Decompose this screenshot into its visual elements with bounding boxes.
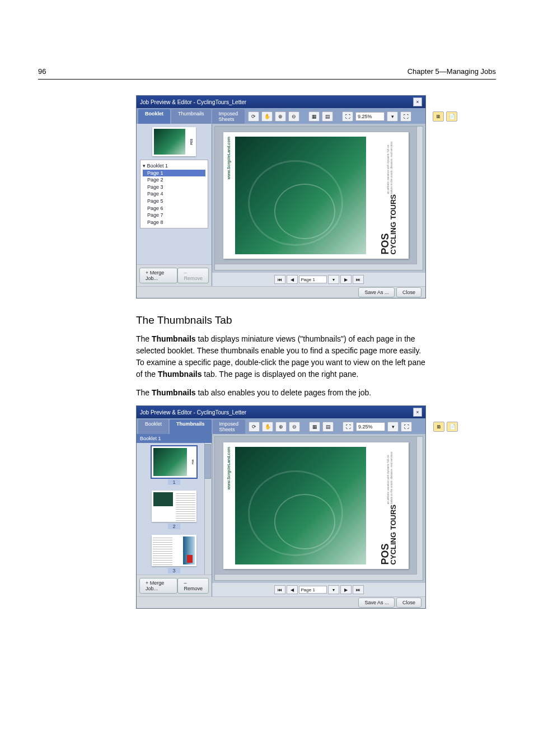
preview-page: www.ScrgcleLand.com an athletic vacation… [223, 442, 409, 569]
doc-tagline: an athletic vacation with dynamic full-o… [387, 139, 393, 194]
fit-icon[interactable]: ⛶ [343, 422, 354, 432]
refresh-icon[interactable]: ⟳ [249, 422, 260, 432]
zoom-in-icon[interactable]: ⊕ [275, 111, 286, 122]
grid-view-2-icon[interactable]: ▤ [322, 111, 333, 122]
page-field[interactable]: Page 1 [299, 586, 327, 594]
close-button[interactable]: Close [396, 598, 421, 608]
preview-canvas[interactable]: www.ScrgcleLand.com an athletic vacation… [214, 436, 423, 581]
zoom-out-icon[interactable]: ⊖ [288, 111, 299, 122]
doc-action-1-icon[interactable]: 🗎 [433, 422, 444, 432]
merge-job-button[interactable]: + Merge Job... [139, 268, 177, 283]
paragraph-2: The Thumbnails tab also enables you to d… [136, 387, 427, 399]
doc-tagline: an athletic vacation with dynamic full-o… [387, 449, 393, 505]
thumbnail-label: 3 [168, 568, 180, 573]
window-title: Job Preview & Editor - CyclingTours_Lett… [140, 99, 246, 105]
doc-action-2-icon[interactable]: 📄 [447, 422, 458, 432]
tab-booklet[interactable]: Booklet [138, 109, 170, 124]
thumbnail-scrollbar[interactable] [204, 443, 212, 575]
horizontal-scrollbar[interactable] [215, 574, 417, 580]
window-title: Job Preview & Editor - CyclingTours_Lett… [140, 409, 246, 416]
doc-action-2-icon[interactable]: 📄 [446, 111, 457, 122]
thumbnail-item-1[interactable]: POS 1 [151, 446, 198, 485]
remove-button[interactable]: – Remove [177, 578, 209, 594]
vertical-scrollbar[interactable] [416, 437, 423, 580]
tab-imposed-sheets[interactable]: Imposed Sheets [213, 419, 246, 434]
thumbnail-item-3[interactable]: 3 [151, 535, 198, 573]
tab-thumbnails[interactable]: Thumbnails [170, 419, 212, 434]
tab-imposed-sheets[interactable]: Imposed Sheets [212, 109, 245, 124]
section-heading: The Thumbnails Tab [136, 314, 427, 326]
tree-page-3[interactable]: Page 3 [143, 184, 205, 191]
horizontal-scrollbar[interactable] [215, 264, 417, 270]
chapter-title: Chapter 5—Managing Jobs [407, 67, 496, 76]
grid-view-2-icon[interactable]: ▤ [322, 422, 334, 432]
tree-root[interactable]: ▾ Booklet 1 [143, 162, 205, 170]
thumbnail-label: 2 [168, 524, 180, 529]
thumbnail-label: 1 [168, 479, 180, 485]
zoom-in-icon[interactable]: ⊕ [275, 422, 287, 432]
page-prev-icon[interactable]: ◀ [287, 585, 298, 594]
save-as-button[interactable]: Save As ... [358, 287, 395, 297]
zoom-dropdown-icon[interactable]: ▾ [387, 422, 399, 432]
page-number: 96 [38, 67, 46, 76]
hand-tool-icon[interactable]: ✋ [262, 422, 273, 432]
doc-url: www.ScrgcleLand.com [227, 137, 231, 179]
paragraph-1: The Thumbnails tab displays miniature vi… [136, 333, 427, 380]
hand-tool-icon[interactable]: ✋ [261, 111, 273, 122]
page-last-icon[interactable]: ⏭ [353, 585, 364, 594]
tree-page-1[interactable]: Page 1 [143, 170, 205, 177]
tree-page-6[interactable]: Page 6 [143, 205, 205, 212]
page-field[interactable]: Page 1 [299, 276, 327, 283]
page-dropdown-icon[interactable]: ▾ [328, 585, 339, 594]
booklet-tree[interactable]: ▾ Booklet 1 Page 1 Page 2 Page 3 Page 4 … [140, 160, 208, 228]
tree-page-2[interactable]: Page 2 [143, 176, 205, 184]
preview-canvas[interactable]: www.ScrgcleLand.com an athletic vacation… [214, 126, 423, 270]
fit-width-icon[interactable]: ⛶ [400, 111, 411, 122]
tree-page-5[interactable]: Page 5 [143, 198, 205, 205]
refresh-icon[interactable]: ⟳ [248, 111, 259, 122]
preview-page: www.ScrgcleLand.com an athletic vacation… [223, 132, 409, 259]
doc-logo: POSCYCLING TOURS [381, 505, 399, 564]
thumbnail-item-2[interactable]: 2 [151, 491, 198, 529]
vertical-scrollbar[interactable] [416, 127, 423, 270]
zoom-field[interactable]: 9.25% [355, 112, 385, 121]
doc-hero-image [235, 137, 366, 254]
fit-width-icon[interactable]: ⛶ [401, 422, 412, 432]
zoom-out-icon[interactable]: ⊖ [289, 422, 300, 432]
save-as-button[interactable]: Save As ... [358, 598, 395, 608]
page-prev-icon[interactable]: ◀ [287, 275, 298, 284]
page-dropdown-icon[interactable]: ▾ [328, 275, 339, 284]
doc-action-1-icon[interactable]: 🗎 [433, 111, 444, 122]
close-icon[interactable]: × [413, 408, 422, 417]
doc-url: www.ScrgcleLand.com [227, 447, 231, 489]
close-button[interactable]: Close [396, 287, 421, 297]
grid-view-1-icon[interactable]: ▦ [308, 111, 320, 122]
tab-booklet[interactable]: Booklet [138, 419, 168, 434]
doc-hero-image [235, 447, 366, 564]
grid-view-1-icon[interactable]: ▦ [309, 422, 320, 432]
tree-page-4[interactable]: Page 4 [143, 190, 205, 198]
screenshot-thumbnails-tab: Job Preview & Editor - CyclingTours_Lett… [136, 405, 426, 609]
tree-page-7[interactable]: Page 7 [143, 212, 205, 219]
zoom-field[interactable]: 9.25% [356, 422, 385, 431]
thumbnails-header[interactable]: Booklet 1 [137, 434, 212, 443]
doc-logo: POSCYCLING TOURS [381, 194, 399, 254]
tree-page-8[interactable]: Page 8 [143, 219, 205, 226]
page-last-icon[interactable]: ⏭ [353, 275, 364, 284]
zoom-dropdown-icon[interactable]: ▾ [387, 111, 398, 122]
page-next-icon[interactable]: ▶ [340, 275, 352, 284]
close-icon[interactable]: × [413, 97, 422, 106]
fit-icon[interactable]: ⛶ [342, 111, 353, 122]
merge-job-button[interactable]: + Merge Job... [139, 578, 177, 594]
page-first-icon[interactable]: ⏮ [274, 275, 285, 284]
page-first-icon[interactable]: ⏮ [274, 585, 285, 594]
page-next-icon[interactable]: ▶ [340, 585, 352, 594]
remove-button: – Remove [177, 268, 209, 283]
screenshot-booklet-tab: Job Preview & Editor - CyclingTours_Lett… [136, 95, 426, 298]
tab-thumbnails[interactable]: Thumbnails [171, 109, 211, 124]
